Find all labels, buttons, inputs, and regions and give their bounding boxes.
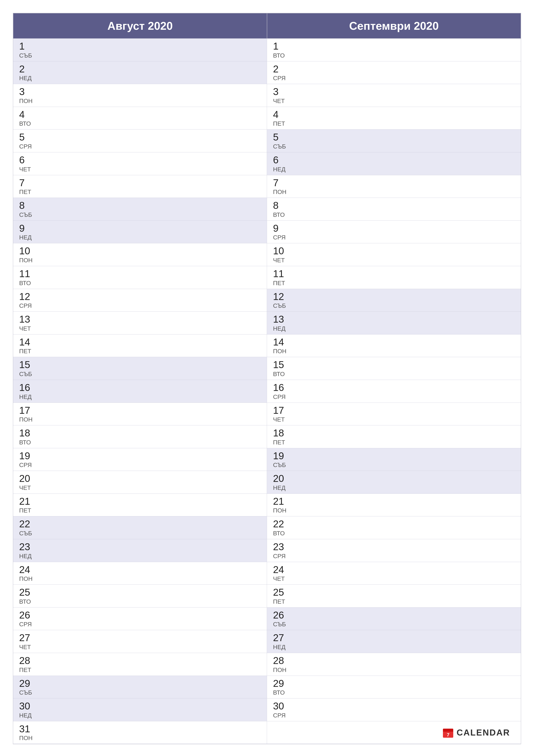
- day-number: 3: [273, 86, 515, 97]
- day-name: НЕД: [19, 75, 261, 82]
- aug-day-21: 21ПЕТ: [13, 494, 267, 517]
- sep-day-25: 25ПЕТ: [267, 585, 521, 608]
- day-name: ВТО: [273, 689, 515, 696]
- aug-day-25: 25ВТО: [13, 585, 267, 608]
- day-name: ЧЕТ: [273, 97, 515, 104]
- day-name: ЧЕТ: [19, 484, 261, 491]
- sep-day-8: 8ВТО: [267, 198, 521, 221]
- day-name: ВТО: [19, 120, 261, 127]
- day-name: СРЯ: [273, 234, 515, 241]
- day-number: 5: [273, 132, 515, 143]
- day-name: ЧЕТ: [19, 644, 261, 651]
- sep-day-7: 7ПОН: [267, 175, 521, 198]
- calendar-grid: Август 2020Септември 20201СЪБ1ВТО2НЕД2СР…: [13, 13, 521, 744]
- day-number: 10: [19, 245, 261, 256]
- day-number: 16: [273, 382, 515, 393]
- day-number: 22: [273, 519, 515, 529]
- aug-day-22: 22СЪБ: [13, 516, 267, 539]
- page: Август 2020Септември 20201СЪБ1ВТО2НЕД2СР…: [0, 0, 534, 756]
- day-name: ПОН: [19, 576, 261, 582]
- day-name: НЕД: [19, 234, 261, 241]
- day-name: СРЯ: [273, 553, 515, 560]
- day-name: СРЯ: [19, 621, 261, 628]
- day-number: 26: [273, 610, 515, 621]
- aug-day-28: 28ПЕТ: [13, 653, 267, 676]
- day-name: СЪБ: [273, 143, 515, 150]
- day-number: 21: [273, 496, 515, 507]
- august-header: Август 2020: [13, 13, 267, 39]
- sep-day-11: 11ПЕТ: [267, 266, 521, 289]
- day-name: СРЯ: [273, 393, 515, 400]
- sep-day-21: 21ПОН: [267, 494, 521, 517]
- aug-day-27: 27ЧЕТ: [13, 630, 267, 653]
- day-number: 13: [273, 314, 515, 325]
- day-number: 27: [19, 632, 261, 643]
- day-number: 18: [273, 428, 515, 439]
- day-number: 9: [273, 223, 515, 234]
- day-name: СРЯ: [19, 143, 261, 150]
- day-number: 3: [19, 86, 261, 97]
- day-number: 12: [273, 291, 515, 302]
- aug-day-29: 29СЪБ: [13, 676, 267, 699]
- sep-day-30: 30СРЯ: [267, 698, 521, 721]
- day-name: ВТО: [273, 371, 515, 378]
- sep-day-20: 20НЕД: [267, 471, 521, 494]
- day-number: 20: [19, 473, 261, 484]
- aug-day-8: 8СЪБ: [13, 198, 267, 221]
- day-name: ПЕТ: [273, 598, 515, 605]
- day-name: ПЕТ: [19, 666, 261, 673]
- day-number: 29: [19, 678, 261, 689]
- day-number: 31: [19, 723, 261, 735]
- day-name: ПОН: [273, 507, 515, 514]
- day-number: 26: [19, 610, 261, 621]
- day-name: ВТО: [273, 52, 515, 59]
- day-name: СЪБ: [19, 211, 261, 218]
- day-number: 8: [19, 200, 261, 211]
- sep-day-24: 24ЧЕТ: [267, 562, 521, 585]
- sep-day-26: 26СЪБ: [267, 608, 521, 630]
- day-number: 2: [273, 64, 515, 74]
- aug-day-19: 19СРЯ: [13, 448, 267, 471]
- day-name: ПЕТ: [19, 189, 261, 196]
- sep-day-2: 2СРЯ: [267, 62, 521, 84]
- aug-day-20: 20ЧЕТ: [13, 471, 267, 494]
- day-name: ЧЕТ: [19, 166, 261, 173]
- day-name: ПОН: [19, 97, 261, 104]
- svg-rect-2: [443, 731, 453, 732]
- day-name: СРЯ: [273, 712, 515, 719]
- day-name: ЧЕТ: [273, 576, 515, 582]
- sep-day-12: 12СЪБ: [267, 289, 521, 312]
- day-number: 24: [273, 564, 515, 575]
- aug-day-12: 12СРЯ: [13, 289, 267, 312]
- day-name: СЪБ: [273, 302, 515, 309]
- day-number: 9: [19, 223, 261, 234]
- calendar-logo-icon: 7: [442, 726, 454, 739]
- day-name: СЪБ: [19, 52, 261, 59]
- day-name: СРЯ: [19, 302, 261, 309]
- aug-day-5: 5СРЯ: [13, 129, 267, 152]
- september-header: Септември 2020: [267, 13, 521, 39]
- sep-day-4: 4ПЕТ: [267, 107, 521, 130]
- day-number: 30: [273, 701, 515, 712]
- day-name: ВТО: [19, 598, 261, 605]
- day-number: 12: [19, 291, 261, 302]
- day-name: ПОН: [273, 189, 515, 196]
- aug-day-4: 4ВТО: [13, 107, 267, 130]
- svg-text:7: 7: [446, 732, 449, 738]
- sep-day-3: 3ЧЕТ: [267, 84, 521, 107]
- day-name: СЪБ: [19, 689, 261, 696]
- day-number: 19: [19, 450, 261, 461]
- aug-day-9: 9НЕД: [13, 221, 267, 244]
- day-name: ПЕТ: [273, 439, 515, 446]
- day-name: СЪБ: [273, 621, 515, 628]
- sep-day-9: 9СРЯ: [267, 221, 521, 244]
- day-name: НЕД: [273, 325, 515, 332]
- day-number: 16: [19, 382, 261, 393]
- day-number: 21: [19, 496, 261, 507]
- sep-day-14: 14ПОН: [267, 335, 521, 357]
- sep-day-18: 18ПЕТ: [267, 425, 521, 448]
- aug-day-18: 18ВТО: [13, 425, 267, 448]
- day-name: НЕД: [19, 712, 261, 719]
- day-number: 15: [273, 359, 515, 370]
- day-number: 14: [19, 337, 261, 348]
